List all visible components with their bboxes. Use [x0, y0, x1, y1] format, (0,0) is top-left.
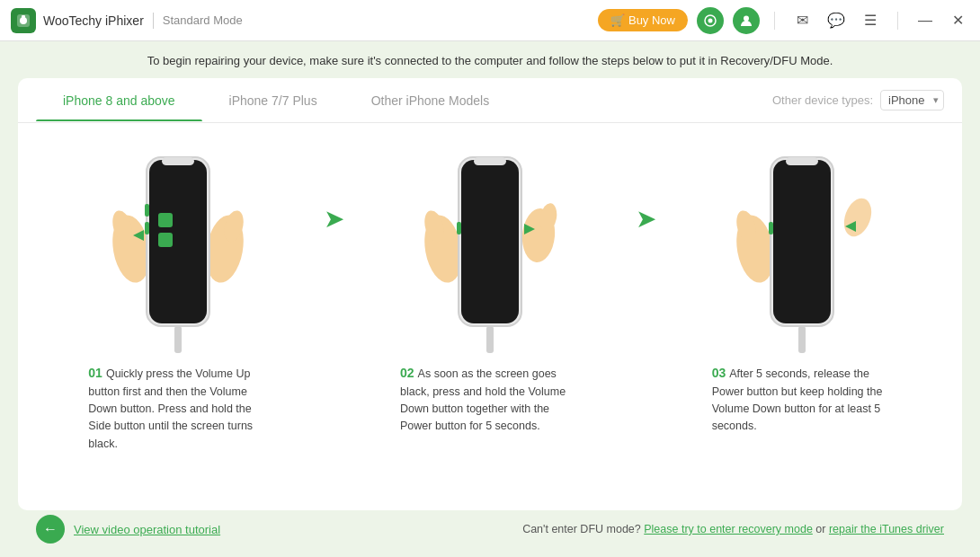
- step-2-text: As soon as the screen goes black, press …: [400, 367, 566, 432]
- app-logo: [11, 8, 36, 33]
- step-1-num: 01: [88, 366, 102, 380]
- step-1-illustration: [106, 132, 250, 357]
- step-1-text: Quickly press the Volume Up button first…: [88, 367, 253, 450]
- titlebar-icons: ✉ 💬 ☰ — ✕: [697, 7, 969, 34]
- dfu-question: Can't enter DFU mode?: [522, 523, 641, 535]
- steps-area: 01Quickly press the Volume Up button fir…: [18, 123, 962, 501]
- svg-point-1: [20, 17, 27, 24]
- device-type-dropdown-wrap: iPhone iPad iPod: [880, 90, 944, 111]
- main-card: iPhone 8 and above iPhone 7/7 Plus Other…: [18, 78, 962, 510]
- step-3-num: 03: [712, 366, 726, 380]
- svg-rect-11: [149, 160, 207, 323]
- other-device-label: Other device types:: [772, 93, 873, 107]
- svg-rect-33: [773, 160, 831, 323]
- tabs-bar: iPhone 8 and above iPhone 7/7 Plus Other…: [18, 78, 962, 123]
- bottom-right: Can't enter DFU mode? Please try to ente…: [220, 523, 944, 535]
- svg-point-4: [708, 18, 713, 22]
- tab-iphone8-above[interactable]: iPhone 8 and above: [36, 81, 202, 120]
- svg-rect-15: [158, 213, 173, 227]
- svg-rect-24: [461, 160, 519, 323]
- step-3-block: 03After 5 seconds, release the Power but…: [668, 132, 935, 436]
- svg-rect-13: [145, 204, 149, 217]
- svg-point-31: [839, 195, 874, 241]
- device-type-selector: Other device types: iPhone iPad iPod: [772, 90, 944, 111]
- arrow-right-icon-2: ➤: [636, 204, 656, 234]
- arrow-2-3: ➤: [623, 132, 668, 234]
- arrow-right-icon-1: ➤: [324, 204, 344, 234]
- svg-rect-34: [786, 157, 818, 165]
- svg-rect-14: [145, 222, 149, 234]
- svg-point-5: [744, 15, 749, 21]
- menu-icon[interactable]: ☰: [858, 8, 883, 33]
- titlebar-sep-1: [774, 12, 775, 30]
- or-text: or: [815, 523, 829, 535]
- step-1-desc: 01Quickly press the Volume Up button fir…: [79, 357, 277, 453]
- bottom-bar: ← View video operation tutorial Can't en…: [18, 510, 962, 548]
- arrow-1-2: ➤: [312, 132, 357, 234]
- titlebar-sep-2: [897, 12, 898, 30]
- mode-label: Standard Mode: [163, 13, 243, 27]
- chat-icon[interactable]: 💬: [824, 8, 849, 33]
- app-name: WooTechy iPhixer: [43, 13, 144, 28]
- step-3-illustration: [730, 132, 874, 357]
- step-2-desc: 02As soon as the screen goes black, pres…: [391, 357, 589, 436]
- step-2-illustration: [418, 132, 562, 357]
- svg-rect-28: [486, 326, 494, 353]
- title-divider: [153, 13, 154, 29]
- step-2-block: 02As soon as the screen goes black, pres…: [357, 132, 624, 436]
- svg-rect-26: [457, 222, 461, 234]
- back-button[interactable]: ←: [36, 515, 65, 544]
- svg-rect-16: [158, 233, 173, 247]
- recovery-mode-link[interactable]: Please try to enter recovery mode: [644, 523, 813, 535]
- buy-now-button[interactable]: 🛒 Buy Now: [598, 9, 688, 31]
- main-content: To begin repairing your device, make sur…: [0, 41, 980, 557]
- close-button[interactable]: ✕: [947, 12, 969, 29]
- tab-iphone7[interactable]: iPhone 7/7 Plus: [202, 81, 344, 120]
- music-icon-button[interactable]: [697, 7, 724, 34]
- step-3-desc: 03After 5 seconds, release the Power but…: [703, 357, 901, 436]
- device-type-select[interactable]: iPhone iPad iPod: [880, 90, 944, 111]
- step-1-block: 01Quickly press the Volume Up button fir…: [45, 132, 312, 453]
- titlebar: WooTechy iPhixer Standard Mode 🛒 Buy Now…: [0, 0, 980, 41]
- user-avatar-button[interactable]: [733, 7, 760, 34]
- video-tutorial-link[interactable]: View video operation tutorial: [74, 523, 220, 536]
- svg-rect-18: [174, 326, 182, 353]
- svg-rect-37: [798, 326, 806, 353]
- mail-icon[interactable]: ✉: [789, 8, 815, 33]
- step-2-num: 02: [400, 366, 414, 380]
- step-3-text: After 5 seconds, release the Power butto…: [712, 367, 883, 432]
- minimize-button[interactable]: —: [913, 13, 938, 29]
- svg-rect-25: [474, 157, 506, 165]
- top-notice: To begin repairing your device, make sur…: [18, 54, 962, 67]
- itunes-driver-link[interactable]: repair the iTunes driver: [829, 523, 944, 535]
- svg-rect-35: [769, 222, 773, 234]
- svg-rect-12: [162, 157, 194, 165]
- tab-other-iphone[interactable]: Other iPhone Models: [344, 81, 517, 120]
- svg-rect-2: [22, 15, 25, 18]
